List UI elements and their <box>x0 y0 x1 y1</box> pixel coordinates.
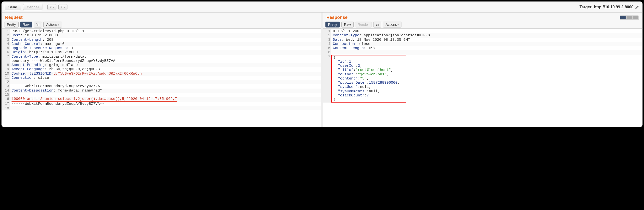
code-line: 10Cookie: JSESSIONID=dcY5UGyeSkQIrKwrIVi… <box>2 72 321 76</box>
code-line: 7Content-Type: multipart/form-data; <box>2 55 321 59</box>
code-line: 9Accept-Language: zh-CN,zh;q=0.9,en;q=0.… <box>2 67 321 72</box>
json-line: "title":"root@localhost", <box>332 68 406 72</box>
view-single2-icon[interactable] <box>633 16 638 20</box>
panel-divider[interactable] <box>321 12 323 127</box>
tab-pretty[interactable]: Pretty <box>4 22 19 28</box>
request-panel: Request Pretty Raw \n Actions 1POST /get… <box>2 12 321 127</box>
tab-pretty[interactable]: Pretty <box>326 22 340 28</box>
code-line: 13------WebKitFormBoundarydZnupAYBvdyBZ7… <box>2 84 321 88</box>
code-line: 1HTTP/1.1 200 <box>323 29 642 33</box>
json-line: } <box>332 98 406 102</box>
tab-raw[interactable]: Raw <box>341 22 354 28</box>
view-mode-toggle[interactable] <box>620 16 639 20</box>
cancel-button[interactable]: Cancel <box>23 4 42 10</box>
code-line: 5Content-Length: 158 <box>323 46 642 50</box>
code-line: 6 <box>323 50 642 54</box>
response-json-highlight: { "id":1, "userId":2, "title":"root@loca… <box>331 55 406 103</box>
tab-actions[interactable]: Actions <box>383 22 402 28</box>
code-line: 16100000 and 1=2 union select 1,2,user()… <box>2 97 321 102</box>
target-label: Target: <box>580 5 592 9</box>
code-line: 12 <box>2 80 321 84</box>
code-line: 11Connection: close <box>2 76 321 80</box>
code-line: 3Content-Length: 208 <box>2 38 321 42</box>
json-line: "sysUser":null, <box>332 85 406 89</box>
json-line: "clickCount":7 <box>332 94 406 98</box>
tab-raw[interactable]: Raw <box>20 22 32 28</box>
code-line: 8Accept-Encoding: gzip, deflate <box>2 63 321 67</box>
json-line: "publishDate":1587288906000, <box>332 81 406 85</box>
code-line: 14Content-Disposition: form-data; name="… <box>2 88 321 93</box>
tab-actions[interactable]: Actions <box>44 22 62 28</box>
code-line: 4Connection: close <box>323 42 642 46</box>
top-toolbar: Send Cancel < ▾ > ▾ Target: http://10.10… <box>2 2 642 12</box>
code-line: 2Content-Type: application/json;charset=… <box>323 33 642 38</box>
tab-newline[interactable]: \n <box>34 22 42 28</box>
code-line: 18 <box>2 106 321 110</box>
response-tabs: Pretty Raw Render \n Actions <box>323 22 642 29</box>
code-line: 5Upgrade-Insecure-Requests: 1 <box>2 46 321 50</box>
target-url: http://10.10.99.2:8000 <box>594 5 634 9</box>
response-title: Response <box>326 15 348 20</box>
code-line: 3Date: Wed, 18 Nov 2020 08:13:35 GMT <box>323 38 642 42</box>
json-line: { <box>332 56 406 60</box>
json-line: "sysComments":null, <box>332 89 406 94</box>
history-forward-button[interactable]: > ▾ <box>58 4 68 10</box>
code-line-cont: boundary=----WebKitFormBoundarydZnupAYBv… <box>2 59 321 63</box>
view-split-icon[interactable] <box>620 16 626 20</box>
request-tabs: Pretty Raw \n Actions <box>2 22 321 29</box>
json-line: "userId":2, <box>332 64 406 68</box>
response-viewer[interactable]: 1HTTP/1.1 2002Content-Type: application/… <box>323 29 642 127</box>
json-line: "author":"javaweb-bbs", <box>332 72 406 76</box>
view-single1-icon[interactable] <box>626 16 632 20</box>
code-line: 2Host: 10.10.99.2:8000 <box>2 33 321 38</box>
request-title: Request <box>5 15 22 20</box>
split-panels: Request Pretty Raw \n Actions 1POST /get… <box>2 12 642 127</box>
edit-target-icon[interactable] <box>635 5 639 9</box>
tab-newline[interactable]: \n <box>373 22 382 28</box>
request-editor[interactable]: 1POST /getArticleById.php HTTP/1.12Host:… <box>2 29 321 127</box>
code-line: 4Cache-Control: max-age=0 <box>2 42 321 46</box>
json-line: "content":"5", <box>332 76 406 81</box>
target-display: Target: http://10.10.99.2:8000 <box>580 5 639 9</box>
code-line: 1POST /getArticleById.php HTTP/1.1 <box>2 29 321 33</box>
code-line: 6Origin: http://10.10.99.2:8000 <box>2 50 321 54</box>
app-window: Send Cancel < ▾ > ▾ Target: http://10.10… <box>2 2 642 127</box>
tab-render: Render <box>355 22 372 28</box>
send-button[interactable]: Send <box>5 4 21 10</box>
code-line: 15 <box>2 93 321 97</box>
history-back-button[interactable]: < ▾ <box>47 4 56 10</box>
response-panel: Response Pretty Raw Render \n Actions 1H… <box>323 12 642 127</box>
json-line: "id":1, <box>332 60 406 64</box>
code-line: 17------WebKitFormBoundarydZnupAYBvdyBZ7… <box>2 102 321 106</box>
